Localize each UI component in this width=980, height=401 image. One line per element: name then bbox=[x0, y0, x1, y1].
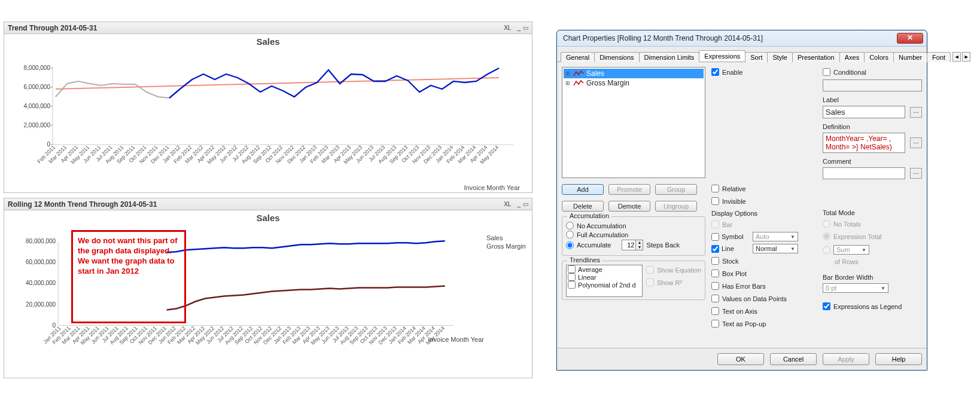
check-conditional[interactable] bbox=[823, 68, 830, 76]
check-stock[interactable] bbox=[711, 257, 719, 265]
chart1-series-sales bbox=[169, 68, 499, 98]
tab-style[interactable]: Style bbox=[767, 52, 792, 62]
check-trend-avg[interactable] bbox=[568, 265, 576, 273]
label-steps-back: Steps Back bbox=[646, 241, 680, 249]
demote-button[interactable]: Demote bbox=[608, 201, 650, 212]
chart1-xl-menu[interactable]: XL bbox=[504, 25, 511, 31]
tree-item-sales-label: Sales bbox=[586, 69, 604, 78]
chart2-header: Rolling 12 Month Trend Through 2014-05-3… bbox=[4, 198, 532, 210]
check-relative[interactable] bbox=[711, 185, 719, 192]
tab-font[interactable]: Font bbox=[927, 52, 951, 62]
svg-text:6,000,000: 6,000,000 bbox=[24, 84, 51, 90]
check-values-on-pts[interactable] bbox=[711, 295, 719, 302]
svg-text:20,000,000: 20,000,000 bbox=[26, 301, 56, 308]
check-symbol[interactable] bbox=[711, 233, 719, 241]
tab-scroll-right[interactable]: ► bbox=[962, 52, 970, 62]
spin-down-icon[interactable]: ▼ bbox=[636, 245, 643, 250]
check-text-axis[interactable] bbox=[711, 307, 719, 315]
radio-expr-total bbox=[823, 232, 830, 240]
radio-no-accum[interactable] bbox=[566, 222, 574, 229]
check-trend-lin[interactable] bbox=[568, 273, 576, 281]
tab-presentation[interactable]: Presentation bbox=[792, 52, 840, 62]
check-line[interactable] bbox=[711, 245, 719, 253]
tab-dimensions[interactable]: Dimensions bbox=[594, 52, 639, 62]
tab-expressions[interactable]: Expressions bbox=[699, 50, 745, 62]
chart1-plot: 0 2,000,000 4,000,000 6,000,000 8,000,00… bbox=[4, 49, 532, 192]
add-button[interactable]: Add bbox=[562, 184, 604, 195]
dialog-titlebar[interactable]: Chart Properties [Rolling 12 Month Trend… bbox=[557, 30, 927, 47]
check-invisible[interactable] bbox=[711, 197, 719, 205]
definition-ellipsis-button[interactable]: … bbox=[910, 137, 922, 148]
label-expr-legend: Expressions as Legend bbox=[833, 303, 902, 310]
comment-input[interactable] bbox=[823, 167, 905, 179]
label-relative: Relative bbox=[722, 185, 746, 192]
promote-button[interactable]: Promote bbox=[608, 184, 650, 195]
chart2-x-axis-label: Invoice Month Year bbox=[428, 336, 484, 343]
apply-button[interactable]: Apply bbox=[823, 353, 869, 365]
tab-number[interactable]: Number bbox=[893, 52, 927, 62]
trendlines-list[interactable]: Average Linear Polynomial of 2nd d bbox=[566, 265, 643, 297]
check-expr-legend[interactable] bbox=[823, 302, 830, 310]
chart2-y-ticks: 0 20,000,000 40,000,000 60,000,000 80,00… bbox=[26, 238, 56, 328]
label-no-accum: No Accumulation bbox=[577, 222, 626, 229]
chart1-x-axis-label: Invoice Month Year bbox=[464, 184, 520, 191]
steps-back-spin[interactable]: ▲▼ bbox=[622, 240, 643, 250]
bar-border-select[interactable]: 0 pt▼ bbox=[823, 283, 888, 293]
delete-button[interactable]: Delete bbox=[562, 201, 604, 212]
chart1-series-prior bbox=[56, 81, 169, 98]
tree-item-gm-label: Gross Margin bbox=[586, 79, 629, 87]
tab-general[interactable]: General bbox=[561, 52, 595, 62]
conditional-input[interactable] bbox=[823, 79, 922, 91]
steps-back-input[interactable] bbox=[622, 240, 635, 250]
expressions-tree[interactable]: ⊞ Sales ⊞ Gross Margin bbox=[562, 67, 705, 178]
definition-input[interactable]: MonthYear= ,Year= , Month= >} NetSales) bbox=[823, 133, 905, 153]
expand-icon[interactable]: ⊞ bbox=[565, 80, 571, 86]
radio-accumulate[interactable] bbox=[566, 241, 574, 249]
label-ellipsis-button[interactable]: … bbox=[910, 107, 922, 118]
chart1-maximize-icon[interactable]: ▭ bbox=[523, 25, 528, 31]
ok-button[interactable]: OK bbox=[717, 353, 764, 365]
chart1-panel: Trend Through 2014-05-31 XL _ ▭ Sales 0 … bbox=[4, 22, 532, 193]
chart2-legend: Sales Gross Margin bbox=[486, 234, 526, 250]
line-select[interactable]: Normal▼ bbox=[753, 244, 798, 253]
chart1-header: Trend Through 2014-05-31 XL _ ▭ bbox=[4, 22, 532, 34]
radio-sum-rows bbox=[823, 246, 830, 254]
chart1-title: Sales bbox=[4, 34, 532, 49]
check-text-popup[interactable] bbox=[711, 320, 719, 327]
label-text-axis: Text on Axis bbox=[722, 308, 757, 315]
chart2-maximize-icon[interactable]: ▭ bbox=[523, 201, 528, 207]
chart1-series-trend bbox=[56, 78, 499, 89]
tab-axes[interactable]: Axes bbox=[839, 52, 865, 62]
spin-up-icon[interactable]: ▲ bbox=[636, 240, 643, 245]
check-bar bbox=[711, 221, 719, 228]
chart2-minimize-icon[interactable]: _ bbox=[517, 201, 521, 207]
group-button[interactable]: Group bbox=[655, 184, 697, 195]
radio-full-accum[interactable] bbox=[566, 231, 574, 238]
check-trend-poly2[interactable] bbox=[568, 281, 576, 289]
tab-colors[interactable]: Colors bbox=[864, 52, 894, 62]
label-input[interactable]: Sales bbox=[823, 106, 905, 118]
cancel-button[interactable]: Cancel bbox=[770, 353, 817, 365]
tree-item-sales[interactable]: ⊞ Sales bbox=[564, 69, 704, 78]
tab-scroll-left[interactable]: ◄ bbox=[952, 52, 961, 62]
of-rows-label: of Rows bbox=[835, 258, 922, 265]
label-conditional: Conditional bbox=[833, 69, 866, 76]
expand-icon[interactable]: ⊞ bbox=[565, 71, 571, 76]
definition-field: Definition bbox=[823, 123, 922, 130]
chart2-xl-menu[interactable]: XL bbox=[504, 201, 511, 207]
help-button[interactable]: Help bbox=[875, 353, 922, 365]
svg-text:4,000,000: 4,000,000 bbox=[24, 103, 51, 109]
tree-item-gm[interactable]: ⊞ Gross Margin bbox=[564, 78, 704, 88]
tab-dimension-limits[interactable]: Dimension Limits bbox=[639, 52, 700, 62]
check-boxplot[interactable] bbox=[711, 270, 719, 277]
trendlines-title: Trendlines bbox=[567, 256, 602, 264]
tab-sort[interactable]: Sort bbox=[745, 52, 768, 62]
dialog-close-button[interactable]: ✕ bbox=[897, 33, 923, 44]
symbol-select[interactable]: Auto▼ bbox=[753, 232, 798, 241]
check-enable[interactable] bbox=[711, 68, 719, 76]
ungroup-button[interactable]: Ungroup bbox=[655, 201, 697, 212]
label-enable: Enable bbox=[722, 69, 742, 76]
chart1-minimize-icon[interactable]: _ bbox=[517, 25, 521, 31]
check-error-bars[interactable] bbox=[711, 282, 719, 290]
comment-ellipsis-button[interactable]: … bbox=[910, 168, 922, 179]
